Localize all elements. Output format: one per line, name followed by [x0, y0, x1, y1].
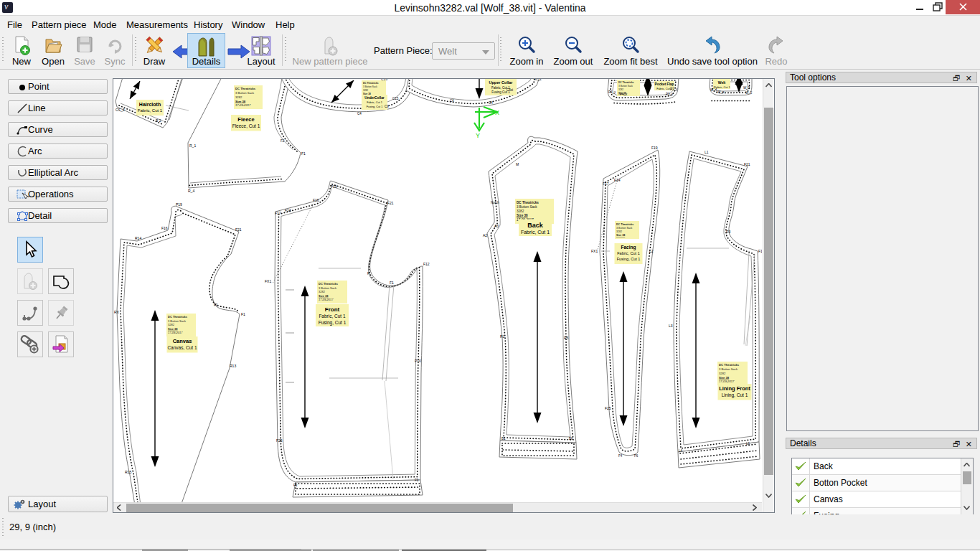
svg-text:3 Button Sack: 3 Button Sack [616, 227, 633, 230]
svg-text:Size 38: Size 38 [168, 327, 178, 331]
svg-text:C4ci: C4ci [507, 88, 513, 92]
svg-text:R15: R15 [125, 470, 131, 474]
svg-text:P4_x: P4_x [620, 93, 628, 96]
svg-text:B 2: B 2 [156, 118, 161, 123]
svg-text:Lining Front: Lining Front [719, 385, 750, 392]
svg-text:R1: R1 [500, 334, 505, 339]
svg-text:C10: C10 [381, 79, 387, 81]
svg-text:F21: F21 [387, 201, 394, 205]
svg-text:3 Button Sack: 3 Button Sack [618, 85, 633, 88]
svg-text:F21: F21 [744, 162, 750, 166]
svg-text:Fabric, Cut 1: Fabric, Cut 1 [617, 251, 639, 255]
svg-text:B6: B6 [569, 437, 573, 441]
svg-text:3282: 3282 [719, 372, 726, 375]
svg-text:C4: C4 [489, 101, 493, 105]
svg-text:FX1: FX1 [265, 279, 271, 283]
svg-text:DC Theatricks: DC Theatricks [319, 282, 339, 286]
svg-text:DC Theatricks: DC Theatricks [363, 82, 379, 85]
svg-text:Size 38: Size 38 [616, 234, 625, 237]
svg-text:3 Button Sack: 3 Button Sack [719, 367, 738, 371]
svg-text:Fabric, Cut 1: Fabric, Cut 1 [367, 101, 382, 104]
svg-text:A2: A2 [483, 233, 487, 237]
svg-text:3 Button Sack: 3 Button Sack [363, 85, 377, 88]
svg-text:R3: R3 [726, 230, 731, 234]
svg-text:Canvas: Canvas [173, 338, 192, 344]
svg-text:3282: 3282 [319, 290, 326, 293]
svg-text:F3: F3 [293, 484, 298, 487]
svg-text:3282: 3282 [363, 89, 368, 92]
svg-text:R_1: R_1 [189, 143, 196, 148]
svg-text:P4_y: P4_y [608, 90, 616, 94]
svg-text:L3: L3 [669, 324, 673, 328]
svg-text:Size 38: Size 38 [517, 214, 528, 217]
svg-text:R_4: R_4 [188, 189, 194, 193]
svg-text:Upper Collar: Upper Collar [489, 80, 513, 85]
svg-text:R14: R14 [135, 236, 141, 240]
svg-text:DC Theatricks: DC Theatricks [618, 81, 634, 84]
svg-text:F19: F19 [331, 184, 337, 189]
svg-text:F16: F16 [161, 226, 168, 230]
svg-text:DC Theatricks: DC Theatricks [616, 223, 633, 226]
svg-text:X: X [495, 109, 499, 116]
svg-text:DC Theatricks: DC Theatricks [719, 363, 740, 367]
svg-text:F1: F1 [241, 312, 245, 316]
svg-text:3282: 3282 [235, 95, 242, 99]
svg-text:R5: R5 [564, 336, 569, 340]
svg-text:F25: F25 [276, 438, 283, 443]
svg-text:Fusing, Cut 1: Fusing, Cut 1 [617, 257, 641, 261]
svg-text:Canvas, Cut 1: Canvas, Cut 1 [167, 345, 197, 350]
svg-text:P3_x: P3_x [666, 93, 674, 96]
svg-text:F1: F1 [758, 249, 762, 253]
svg-text:Size 38: Size 38 [235, 100, 246, 103]
svg-text:B1: B1 [501, 437, 506, 441]
svg-text:F21: F21 [235, 227, 242, 232]
svg-text:DC Theatricks: DC Theatricks [235, 87, 256, 90]
svg-text:3282: 3282 [168, 323, 175, 326]
svg-text:W_4: W_4 [710, 88, 717, 92]
svg-text:F1: F1 [301, 151, 306, 156]
svg-text:F2: F2 [281, 139, 285, 143]
svg-text:P10: P10 [415, 359, 421, 363]
svg-text:Y: Y [476, 132, 480, 139]
svg-text:F9: F9 [415, 479, 419, 482]
svg-text:Pocket Flap: Pocket Flap [655, 83, 674, 86]
svg-text:M: M [516, 162, 519, 166]
svg-text:Fabric, Cut 1: Fabric, Cut 1 [138, 108, 163, 113]
svg-text:Front: Front [325, 306, 340, 313]
svg-text:Haircloth: Haircloth [139, 102, 161, 107]
svg-text:C9: C9 [385, 105, 389, 108]
svg-text:W_2: W_2 [745, 91, 753, 95]
svg-text:Fusing, Cut 1: Fusing, Cut 1 [319, 320, 347, 326]
svg-text:3282: 3282 [618, 88, 623, 91]
svg-text:C4: C4 [357, 112, 362, 116]
svg-text:F25: F25 [605, 406, 611, 410]
svg-text:Fleece: Fleece [237, 116, 254, 123]
svg-text:17-09-2017: 17-09-2017 [319, 298, 334, 301]
svg-text:P19: P19 [176, 202, 182, 207]
svg-text:F17: F17 [603, 182, 609, 186]
svg-text:W_a: W_a [717, 90, 725, 94]
svg-text:17-09-2017: 17-09-2017 [719, 380, 735, 383]
svg-text:DC Theatricks: DC Theatricks [168, 315, 188, 319]
svg-text:Size 38: Size 38 [319, 294, 329, 298]
svg-text:A3: A3 [494, 224, 499, 228]
svg-text:UnderCollar: UnderCollar [364, 96, 385, 100]
svg-text:R13: R13 [230, 364, 236, 368]
svg-text:Lining, Cut 1: Lining, Cut 1 [722, 392, 748, 398]
svg-text:FX1: FX1 [591, 249, 598, 253]
svg-text:P3_y: P3_y [670, 88, 678, 91]
svg-text:DC Theatricks: DC Theatricks [517, 201, 539, 204]
svg-text:L6: L6 [746, 442, 750, 446]
svg-text:Fleece, Cut 1: Fleece, Cut 1 [232, 123, 260, 128]
svg-text:3 Button Sack: 3 Button Sack [168, 319, 186, 323]
svg-text:F17: F17 [275, 211, 281, 215]
svg-text:3 Button Sack: 3 Button Sack [517, 205, 537, 209]
svg-text:F14: F14 [285, 208, 291, 212]
svg-text:3282: 3282 [616, 230, 622, 233]
svg-text:Back: Back [527, 222, 544, 229]
svg-text:17-09-2017: 17-09-2017 [235, 103, 251, 107]
svg-text:RX: RX [114, 310, 120, 314]
svg-text:L1: L1 [705, 150, 709, 154]
svg-text:C6: C6 [450, 99, 454, 103]
svg-text:F1: F1 [390, 281, 394, 285]
